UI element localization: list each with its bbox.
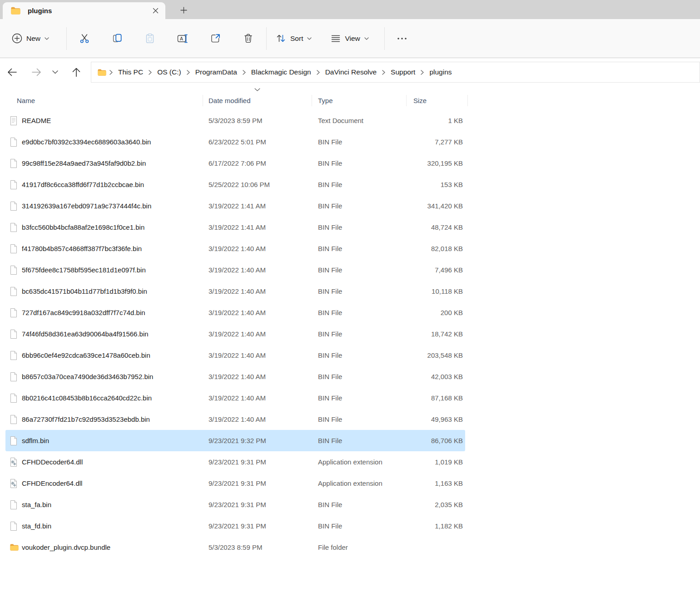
file-date-modified: 3/19/2022 1:40 AM: [203, 309, 312, 316]
file-row[interactable]: CFHDDecoder64.dll 9/23/2021 9:31 PM Appl…: [5, 451, 465, 473]
file-row[interactable]: e9d0bc7bf0392c3394ec6889603a3640.bin 6/2…: [5, 131, 465, 153]
file-row[interactable]: sdflm.bin 9/23/2021 9:32 PM BIN File 86,…: [5, 430, 465, 451]
file-size: 10,118 KB: [407, 287, 464, 295]
breadcrumb-item-blackmagic-design[interactable]: Blackmagic Design: [247, 62, 315, 82]
breadcrumb-chevron-icon: [147, 70, 153, 75]
column-header-type[interactable]: Type: [312, 95, 407, 106]
file-row[interactable]: 5f675fdee8c1758bf595ec181d1e097f.bin 3/1…: [5, 259, 465, 281]
tab-close-icon[interactable]: [149, 5, 162, 17]
view-lines-icon: [331, 34, 341, 43]
breadcrumb-item-support[interactable]: Support: [387, 62, 419, 82]
dll-icon: [5, 458, 22, 467]
column-header-name[interactable]: Name: [5, 95, 203, 106]
plus-circle-icon: [12, 33, 22, 44]
view-button[interactable]: View: [328, 28, 371, 49]
file-size: 1,182 KB: [407, 522, 464, 530]
file-row[interactable]: 41917df8c6cca38ffd6f77d1b2ccbcae.bin 5/2…: [5, 174, 465, 195]
file-row[interactable]: 99c98ff15e284a9aed73a945faf9d0b2.bin 6/1…: [5, 153, 465, 174]
file-row[interactable]: b3fcc560bb4bcfa88af2e1698c1f0ce1.bin 3/1…: [5, 217, 465, 238]
new-button[interactable]: New: [10, 28, 51, 49]
file-type: BIN File: [312, 181, 407, 188]
file-date-modified: 9/23/2021 9:31 PM: [203, 501, 312, 508]
file-name: 5f675fdee8c1758bf595ec181d1e097f.bin: [22, 266, 203, 274]
recent-locations-button[interactable]: [47, 63, 63, 81]
address-bar[interactable]: This PC OS (C:) ProgramData Blackmagic D…: [91, 62, 700, 83]
sort-button[interactable]: Sort: [273, 28, 314, 49]
forward-button[interactable]: [27, 63, 45, 81]
file-size: 49,963 KB: [407, 415, 464, 423]
delete-button[interactable]: [237, 28, 259, 49]
up-arrow-icon: [72, 68, 80, 77]
file-type: BIN File: [312, 437, 407, 444]
file-list: README 5/3/2023 8:59 PM Text Document 1 …: [5, 110, 700, 558]
breadcrumb-item-plugins[interactable]: plugins: [425, 62, 456, 82]
file-row[interactable]: 74f46fd58d361ea63d90064ba4f91566.bin 3/1…: [5, 323, 465, 345]
dll-icon: [5, 479, 22, 488]
share-icon: [210, 33, 221, 44]
new-tab-button[interactable]: [176, 3, 191, 17]
file-row[interactable]: README 5/3/2023 8:59 PM Text Document 1 …: [5, 110, 465, 131]
file-date-modified: 3/19/2022 1:40 AM: [203, 245, 312, 252]
file-row[interactable]: 314192639a167ebd0971a9c737444f4c.bin 3/1…: [5, 195, 465, 217]
file-icon: [5, 180, 22, 189]
breadcrumb-chevron-icon: [108, 70, 114, 75]
file-name: README: [22, 117, 203, 124]
file-row[interactable]: b8657c03a70cea7490de36d3463b7952.bin 3/1…: [5, 366, 465, 387]
toolbar-divider: [66, 27, 67, 50]
file-row[interactable]: 8b0216c41c08453b8b16cca2640cd22c.bin 3/1…: [5, 387, 465, 409]
see-more-button[interactable]: [392, 28, 412, 49]
tab-plugins[interactable]: plugins: [3, 2, 165, 19]
file-row[interactable]: CFHDEncoder64.dll 9/23/2021 9:31 PM Appl…: [5, 473, 465, 494]
breadcrumb-item-this-pc[interactable]: This PC: [114, 62, 147, 82]
column-header-size[interactable]: Size: [407, 95, 468, 106]
file-date-modified: 9/23/2021 9:32 PM: [203, 437, 312, 444]
file-row[interactable]: sta_fd.bin 9/23/2021 9:31 PM BIN File 1,…: [5, 515, 465, 537]
folder-icon: [11, 7, 20, 15]
file-icon: [5, 308, 22, 317]
file-row[interactable]: f41780b4b857c4868ff387f7bc3f36fe.bin 3/1…: [5, 238, 465, 259]
column-headers: Name Date modified Type Size: [5, 86, 700, 110]
file-name: 99c98ff15e284a9aed73a945faf9d0b2.bin: [22, 159, 203, 167]
file-type: Application extension: [312, 479, 407, 487]
file-row[interactable]: voukoder_plugin.dvcp.bundle 5/3/2023 8:5…: [5, 537, 465, 558]
file-row[interactable]: sta_fa.bin 9/23/2021 9:31 PM BIN File 2,…: [5, 494, 465, 515]
column-header-date-modified[interactable]: Date modified: [203, 95, 312, 106]
file-type: BIN File: [312, 287, 407, 295]
rename-button[interactable]: A: [172, 28, 194, 49]
file-date-modified: 3/19/2022 1:40 AM: [203, 394, 312, 402]
breadcrumb-item-programdata[interactable]: ProgramData: [191, 62, 241, 82]
copy-button[interactable]: [106, 28, 128, 49]
file-size: 203,548 KB: [407, 351, 464, 359]
file-size: 87,168 KB: [407, 394, 464, 402]
file-date-modified: 9/23/2021 9:31 PM: [203, 479, 312, 487]
file-row[interactable]: bc635dc41571b04b11d77bf1d1b3f9f0.bin 3/1…: [5, 281, 465, 302]
file-size: 341,420 KB: [407, 202, 464, 210]
up-button[interactable]: [67, 63, 85, 81]
file-type: BIN File: [312, 330, 407, 338]
file-type: BIN File: [312, 202, 407, 210]
file-type: BIN File: [312, 266, 407, 274]
file-type: BIN File: [312, 351, 407, 359]
file-icon: [5, 287, 22, 296]
file-size: 82,018 KB: [407, 245, 464, 252]
back-button[interactable]: [3, 63, 21, 81]
file-row[interactable]: 86a72730f7fd21b7c92d953d3523ebdb.bin 3/1…: [5, 409, 465, 430]
file-type: File folder: [312, 543, 407, 551]
tab-title: plugins: [28, 7, 52, 15]
file-size: 200 KB: [407, 309, 464, 316]
file-row[interactable]: 6bb96c0ef4e92cdca639ce1478a60ceb.bin 3/1…: [5, 345, 465, 366]
file-name: voukoder_plugin.dvcp.bundle: [22, 543, 203, 551]
file-icon: [5, 138, 22, 147]
file-row[interactable]: 727df167ac849c9918a032dff7f7c74d.bin 3/1…: [5, 302, 465, 323]
file-date-modified: 3/19/2022 1:40 AM: [203, 287, 312, 295]
share-button[interactable]: [204, 28, 226, 49]
breadcrumb-item-os-c[interactable]: OS (C:): [153, 62, 185, 82]
breadcrumb-item-davinci-resolve[interactable]: DaVinci Resolve: [321, 62, 381, 82]
file-date-modified: 3/19/2022 1:40 AM: [203, 266, 312, 274]
cut-button[interactable]: [74, 28, 95, 49]
toolbar-divider: [266, 27, 267, 50]
paste-button[interactable]: [139, 28, 161, 49]
file-date-modified: 3/19/2022 1:40 AM: [203, 330, 312, 338]
breadcrumb-chevron-icon: [381, 70, 387, 75]
sort-arrows-icon: [276, 34, 286, 43]
